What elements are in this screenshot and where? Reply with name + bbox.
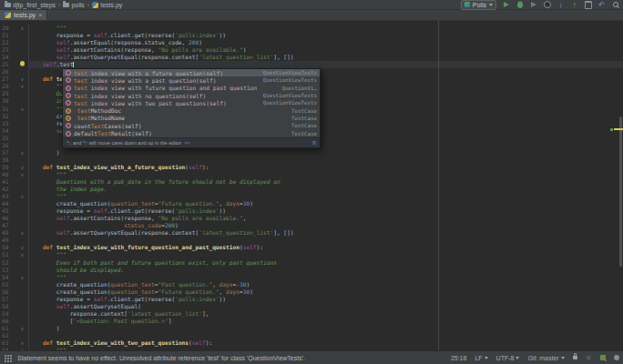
completion-item[interactable]: test_index_view_with_two_past_questions(…	[63, 99, 320, 106]
line-number: 61	[0, 325, 16, 332]
tab-tests-py[interactable]: tests.py ×	[0, 10, 47, 20]
fold-marker-icon[interactable]: ∨	[21, 76, 24, 82]
method-icon	[66, 123, 71, 128]
fold-marker-icon[interactable]: ∨	[21, 252, 24, 258]
right-margin-guide	[438, 21, 439, 350]
code-text: )	[28, 149, 623, 157]
debug-icon[interactable]	[515, 0, 525, 10]
completion-item[interactable]: countTestCases(self)TestCase	[63, 122, 320, 129]
completion-item[interactable]: test_index_view_with_a_past_question(sel…	[63, 76, 320, 84]
fold-marker-icon[interactable]: ∧	[21, 194, 24, 199]
breadcrumb-item-polls[interactable]: polls	[61, 2, 86, 8]
gutter-cell	[16, 281, 28, 288]
fold-marker-icon[interactable]: ∨	[21, 245, 24, 250]
code-text: create_question(question_text="Past ques…	[28, 281, 623, 288]
code-line: 20∧"""	[0, 25, 623, 32]
code-text: self.assertEqual(response.status_code, 2…	[28, 39, 623, 46]
breadcrumb-item-djtp_first_steps[interactable]: djtp_first_steps	[3, 2, 57, 8]
completion-item[interactable]: _testMethodNameTestCase	[63, 115, 320, 122]
gutter-cell	[16, 310, 28, 318]
completion-item[interactable]: _testMethodDocTestCase	[63, 106, 320, 114]
code-text: """	[28, 25, 623, 32]
toolwindow-switcher-icon[interactable]	[5, 355, 6, 357]
fold-marker-icon[interactable]: ∧	[21, 150, 24, 156]
fold-marker-icon[interactable]: ∨	[21, 172, 24, 177]
completion-item[interactable]: test_index_view_with_no_questions(self)Q…	[63, 92, 320, 99]
code-line: 38	[0, 157, 623, 164]
run-configuration-select[interactable]: Polls	[461, 0, 496, 10]
gutter-cell	[16, 259, 28, 267]
breadcrumb-label: tests.py	[100, 2, 122, 8]
close-icon[interactable]: ×	[38, 12, 42, 18]
run-icon[interactable]	[501, 0, 511, 10]
completion-item-type: QuestionVi…	[277, 86, 317, 91]
gutter-cell	[16, 318, 28, 325]
run-coverage-icon[interactable]	[528, 0, 538, 10]
line-number: 49	[0, 237, 16, 244]
completion-item-type: TestCase	[286, 108, 317, 114]
gutter-cell	[16, 32, 28, 39]
line-number: 51	[0, 251, 16, 258]
line-number: 22	[0, 39, 16, 46]
fold-marker-icon[interactable]: ∧	[21, 326, 24, 331]
completion-item[interactable]: test_index_view_with_future_question_and…	[63, 85, 320, 92]
profiler-icon[interactable]	[542, 0, 552, 10]
text-caret	[73, 62, 74, 68]
breadcrumb-item-tests.py[interactable]: tests.py	[90, 2, 124, 8]
code-text: Questions with a pub_date in the future …	[28, 178, 623, 186]
line-number: 23	[0, 46, 16, 54]
error-stripe-caret-mark[interactable]	[610, 128, 613, 131]
code-text: should be displayed.	[28, 267, 623, 274]
encoding-widget[interactable]: UTF-8	[496, 355, 520, 361]
completion-sort-icon[interactable]: π	[312, 139, 316, 147]
completion-item[interactable]: test_index_view_with_a_future_question(s…	[63, 69, 320, 76]
code-text: ['<Question: Past question.>']	[28, 318, 623, 325]
line-number: 21	[0, 32, 16, 39]
inspection-status-icon[interactable]	[600, 355, 606, 360]
vcs-commit-icon[interactable]: ↑	[569, 0, 579, 10]
breadcrumb-label: djtp_first_steps	[13, 2, 56, 8]
code-text: """	[28, 193, 623, 200]
highlighting-level-icon[interactable]: ☼	[586, 354, 592, 361]
search-everywhere-icon[interactable]	[610, 0, 620, 10]
completion-item-type: TestCase	[286, 116, 317, 121]
completion-item-type: TestCase	[286, 131, 317, 136]
line-number: 39	[0, 164, 16, 171]
fold-marker-icon[interactable]: ∧	[21, 25, 24, 31]
gutter-cell	[16, 97, 28, 105]
pycharm-window: djtp_first_steps›polls›tests.py Polls ↓↑…	[0, 0, 623, 364]
fold-marker-icon[interactable]: ∧	[21, 106, 24, 112]
method-icon	[66, 86, 71, 91]
editor-scrollbar[interactable]	[619, 116, 622, 267]
completion-item[interactable]: defaultTestResult(self)TestCase	[63, 129, 320, 136]
diff-icon[interactable]	[583, 0, 593, 10]
code-text	[28, 332, 623, 339]
fold-marker-icon[interactable]: ∧	[21, 230, 24, 236]
intention-bulb-icon[interactable]	[20, 61, 25, 66]
line-number: 36	[0, 142, 16, 149]
completion-item-type: QuestionViewTests	[258, 70, 317, 76]
lock-icon[interactable]	[573, 356, 577, 359]
error-stripe-warning-mark[interactable]	[614, 128, 623, 130]
code-line: 53should be displayed.	[0, 267, 623, 274]
fold-marker-icon[interactable]: ∨	[21, 84, 24, 89]
completion-hint-link[interactable]: >>	[184, 140, 190, 146]
gutter-cell: ∧	[16, 149, 28, 157]
rollback-icon[interactable]: ↶	[597, 0, 607, 10]
completion-item-name: test_index_view_with_two_past_questions(…	[74, 100, 227, 106]
gutter-cell: ∧	[16, 193, 28, 200]
vcs-update-icon[interactable]: ↓	[556, 0, 566, 10]
code-line: 52Even if both past and future questions…	[0, 259, 623, 267]
fold-marker-icon[interactable]: ∧	[21, 275, 24, 280]
fold-marker-icon[interactable]: ∨	[21, 165, 24, 170]
hector-inspector-icon[interactable]	[614, 355, 619, 360]
caret-position-widget[interactable]: 25:18	[451, 355, 467, 361]
code-line: 43∧"""	[0, 193, 623, 200]
status-widgets: 25:18 LF UTF-8 Git: master ☼	[451, 354, 619, 361]
vcs-branch-widget[interactable]: Git: master	[527, 355, 564, 361]
editor-tab-bar: tests.py ×	[0, 10, 623, 21]
code-text: self.assertQuerysetEqual(response.contex…	[28, 229, 623, 237]
line-separator-widget[interactable]: LF	[475, 355, 487, 361]
fold-marker-icon[interactable]: ∨	[21, 340, 24, 346]
code-line: 39∨def test_index_view_with_a_future_que…	[0, 164, 623, 171]
